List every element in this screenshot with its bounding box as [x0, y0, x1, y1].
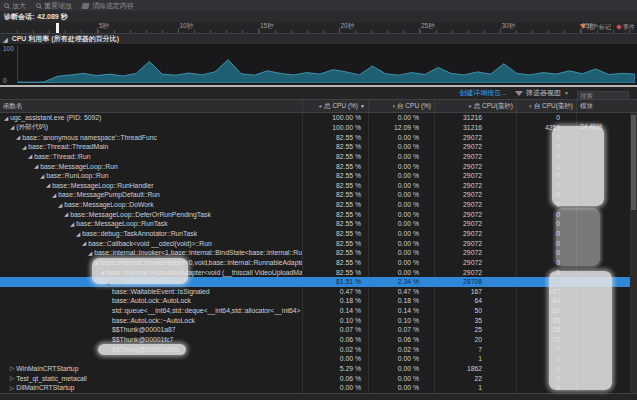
collapse-node-icon[interactable]: ◢: [28, 153, 32, 159]
cpu-utilization-chart[interactable]: 100 0: [0, 44, 637, 87]
total-cpu-ms-cell: 29072: [434, 142, 516, 152]
vertical-scrollbar[interactable]: [630, 113, 637, 393]
cpu-chart-header[interactable]: ◢ CPU 利用率 (所有处理器的百分比): [0, 34, 637, 44]
total-cpu-ms-icon: ◕: [468, 103, 472, 109]
total-cpu-ms-cell: 22: [434, 373, 516, 383]
expand-node-icon[interactable]: ▷: [10, 365, 14, 371]
table-row[interactable]: ▷DllMainCRTStartup0.00 %0.00 %10: [0, 383, 637, 393]
column-module[interactable]: 模块: [576, 100, 637, 112]
collapse-node-icon[interactable]: ◢: [10, 124, 14, 130]
table-row[interactable]: $$Thunk@00001a870.07 %0.07 %2525: [0, 325, 637, 335]
clear-selection-button[interactable]: 清除选定内容: [82, 1, 134, 11]
table-row[interactable]: ◢base::debug::TaskAnnotator::RunTask82.5…: [0, 229, 637, 239]
collapse-node-icon[interactable]: ◢: [70, 221, 74, 227]
collapse-node-icon[interactable]: ◢: [76, 231, 80, 237]
table-row[interactable]: base::AutoLock::AutoLock0.18 %0.18 %6464: [0, 296, 637, 306]
table-row[interactable]: ◢base::MessageLoop::DeferOrRunPendingTas…: [0, 209, 637, 219]
table-row[interactable]: ◢ugc_assistant.exe (PID: 5092)100.00 %0.…: [0, 113, 637, 123]
self-cpu-pct-cell: 0.00 %: [368, 190, 434, 200]
table-row[interactable]: ▷Test_qt_static_metacall0.06 %0.00 %220: [0, 373, 637, 383]
total-cpu-pct-cell: 82.55 %: [302, 267, 368, 277]
module-cell: [576, 113, 637, 123]
total-cpu-ms-cell: 35: [434, 315, 516, 325]
self-cpu-pct-cell: 0.00 %: [368, 152, 434, 162]
zoom-in-button[interactable]: 放大: [4, 1, 26, 11]
collapse-node-icon[interactable]: ◢: [4, 115, 8, 121]
expand-node-icon[interactable]: ▷: [10, 375, 14, 381]
table-row[interactable]: ◢base::MessageLoop::RunTask82.55 %0.00 %…: [0, 219, 637, 229]
total-cpu-pct-cell: 5.29 %: [302, 364, 368, 374]
table-row[interactable]: ◢base::internal::Invoker<1,base::interna…: [0, 248, 637, 258]
collapse-node-icon[interactable]: ◢: [64, 211, 68, 217]
function-name-cell: ◢base::MessageLoop::DoWork: [0, 200, 302, 210]
table-row[interactable]: std::queue<__int64,std::deque<__int64,st…: [0, 306, 637, 316]
collapse-node-icon[interactable]: ◢: [22, 144, 26, 150]
collapse-node-icon[interactable]: ◢: [82, 240, 86, 246]
table-row[interactable]: ◢base::Callback<void __cdecl(void)>::Run…: [0, 238, 637, 248]
function-name-cell: base::AutoLock::AutoLock: [0, 296, 302, 306]
total-cpu-ms-cell: 29072: [434, 248, 516, 258]
self-cpu-pct-cell: 0.00 %: [368, 238, 434, 248]
scrollbar-thumb[interactable]: [631, 115, 636, 210]
table-row[interactable]: ▷WinMainCRTStartup5.29 %0.00 %18620: [0, 364, 637, 374]
table-row[interactable]: ◢base::MessageLoop::Run82.55 %0.00 %2907…: [0, 161, 637, 171]
collapse-node-icon[interactable]: ◢: [46, 182, 50, 188]
table-row[interactable]: ◢(外部代码)100.00 %12.09 %31216425924 模块: [0, 123, 637, 133]
ruler-tick: [275, 30, 276, 33]
column-function-name[interactable]: 函数名: [0, 100, 302, 112]
total-cpu-pct-cell: 0.18 %: [302, 296, 368, 306]
expand-node-icon[interactable]: ▷: [10, 385, 14, 391]
self-cpu-pct-cell: 0.00 %: [368, 373, 434, 383]
collapse-node-icon[interactable]: ◢: [40, 173, 44, 179]
collapse-node-icon[interactable]: ◢: [16, 134, 20, 140]
collapse-node-icon[interactable]: ◢: [52, 192, 56, 198]
table-row[interactable]: ◢base::`anonymous namespace'::ThreadFunc…: [0, 132, 637, 142]
self-cpu-pct-cell: 0.07 %: [368, 325, 434, 335]
column-self-cpu-ms[interactable]: ◑ 自 CPU(毫秒): [516, 100, 576, 112]
total-cpu-ms-cell: 29072: [434, 238, 516, 248]
column-self-cpu-pct[interactable]: ◑ 自 CPU (%): [368, 100, 434, 112]
table-row[interactable]: ◢base::MessageLoop::DoWork82.55 %0.00 %2…: [0, 200, 637, 210]
total-cpu-ms-cell: 31216: [434, 113, 516, 123]
search-input[interactable]: [577, 91, 629, 100]
total-cpu-ms-cell: 50: [434, 306, 516, 316]
table-row[interactable]: $$Thunk@00001fc70.06 %0.06 %2020: [0, 335, 637, 345]
table-row[interactable]: ◢base::MessageLoop::RunHandler82.55 %0.0…: [0, 180, 637, 190]
table-row[interactable]: 0.00 %0.00 %10: [0, 354, 637, 364]
column-total-cpu-ms[interactable]: ◕ 总 CPU(毫秒): [434, 100, 516, 112]
collapse-node-icon[interactable]: ◢: [88, 250, 92, 256]
function-name: DllMainCRTStartup: [16, 384, 74, 391]
ruler-major-tick: [339, 28, 340, 33]
total-cpu-ms-cell: 29072: [434, 229, 516, 239]
table-row[interactable]: ◢base::Thread::Run82.55 %0.00 %290720: [0, 152, 637, 162]
table-row[interactable]: $$Thunk@00001a5db0.02 %0.02 %77: [0, 344, 637, 354]
reset-zoom-button[interactable]: 重置缩放: [36, 1, 72, 11]
table-row[interactable]: base::AutoLock::~AutoLock0.10 %0.10 %353…: [0, 315, 637, 325]
table-row[interactable]: ◢base::Thread::ThreadMain82.55 %0.00 %29…: [0, 142, 637, 152]
table-row[interactable]: ◢base::MessagePumpDefault::Run82.55 %0.0…: [0, 190, 637, 200]
function-name-cell: ◢base::RunLoop::Run: [0, 171, 302, 181]
call-tree-grid: 函数名 ◕ 总 CPU (%) ▼ ◑ 自 CPU (%) ◕ 总 CPU(毫秒…: [0, 100, 637, 393]
table-row[interactable]: ◢base::RunLoop::Run82.55 %0.00 %290720: [0, 171, 637, 181]
cpu-chart-title: CPU 利用率 (所有处理器的百分比): [12, 34, 119, 44]
create-detailed-report-link[interactable]: 创建详细报告...: [459, 88, 507, 98]
magnifier-reset-icon: [36, 3, 41, 8]
timeline-current-marker[interactable]: [56, 23, 59, 33]
ruler-major-tick: [419, 28, 420, 33]
cpu-chart-plot[interactable]: [17, 46, 635, 83]
function-name: base::MessageLoop::DoWork: [64, 201, 153, 208]
self-cpu-pct-cell: 0.00 %: [368, 132, 434, 142]
table-row[interactable]: base::WaitableEvent::IsSignaled0.47 %0.4…: [0, 287, 637, 297]
ruler-tick-label: 10秒: [180, 22, 194, 31]
sort-descending-icon: ▼: [360, 103, 365, 109]
filter-view-dropdown[interactable]: 筛选器视图 ▼: [515, 88, 569, 98]
collapse-icon[interactable]: ◢: [3, 36, 8, 43]
self-cpu-pct-cell: 0.14 %: [368, 306, 434, 316]
collapse-node-icon[interactable]: ◢: [58, 202, 62, 208]
column-total-cpu-pct[interactable]: ◕ 总 CPU (%) ▼: [302, 100, 368, 112]
self-cpu-pct-cell: 0.00 %: [368, 113, 434, 123]
self-cpu-pct-cell: 0.00 %: [368, 219, 434, 229]
timeline-ruler[interactable]: 用户标记 事件 5秒10秒15秒20秒25秒30秒35秒: [0, 22, 637, 34]
filter-bar: 创建详细报告... 筛选器视图 ▼: [0, 87, 637, 100]
collapse-node-icon[interactable]: ◢: [34, 163, 38, 169]
